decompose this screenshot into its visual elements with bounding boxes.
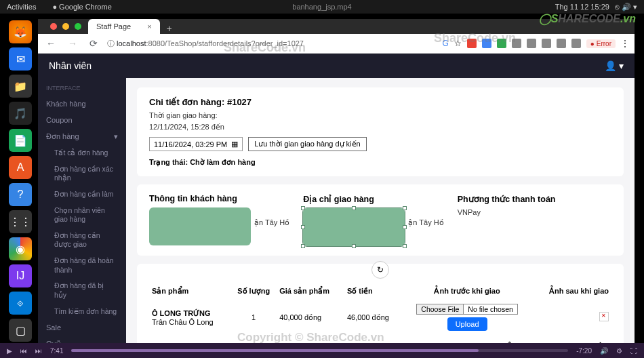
ext-icon[interactable]	[571, 39, 581, 48]
main-content: Chi tiết đơn hàng: #1027 Thời gian giao …	[126, 78, 635, 358]
table-row: Ô LONG TRỨNG Trân Châu Ô Long 1 40,000 đ…	[149, 300, 611, 335]
files-icon[interactable]: 📁	[9, 75, 32, 98]
status-line: Trạng thái: Chờ làm đơn hàng	[149, 158, 611, 167]
sidebar-item-coupon[interactable]: Coupon	[38, 112, 126, 128]
col-before: Ảnh trước khi giao	[402, 283, 532, 300]
order-title: Chi tiết đơn hàng: #1027	[149, 97, 611, 107]
new-tab-button[interactable]: +	[160, 23, 179, 34]
datetime: Thg 11 12 15:29	[555, 3, 609, 12]
info-card: Thông tin khách hàng ận Tây Hồ Địa chỉ g…	[137, 184, 624, 256]
sidebar-item-customers[interactable]: Khách hàng	[38, 96, 126, 112]
chevron-down-icon: ▾	[114, 132, 118, 141]
sidebar-item-sale[interactable]: Sale	[38, 319, 126, 336]
address-bar: ← → ⟳ ⓘ localhost:8080/TeaShop/stafforde…	[38, 34, 635, 54]
products-table: Sản phẩm Số lượng Giá sản phẩm Số tiền Ả…	[149, 283, 611, 335]
ext-icon[interactable]	[542, 39, 551, 48]
redaction-block-selected[interactable]	[303, 208, 405, 246]
order-detail-card: Chi tiết đơn hàng: #1027 Thời gian giao …	[137, 87, 624, 176]
terminal-icon[interactable]: ▢	[9, 319, 32, 342]
libreoffice-icon[interactable]: 📄	[9, 129, 32, 152]
menu-icon[interactable]: ⋮	[621, 39, 629, 48]
payment-value: VNPay	[458, 208, 611, 216]
col-after: Ảnh sau khi giao	[532, 283, 611, 300]
app-header: Nhân viên 👤 ▾	[38, 54, 635, 78]
next-button[interactable]: ⏭	[35, 347, 42, 355]
chrome-icon[interactable]: ◉	[9, 237, 32, 260]
min-window[interactable]	[62, 23, 69, 30]
remaining-time: -7:20	[576, 347, 592, 355]
extensions: G ☆ ● Error ⋮	[442, 39, 629, 48]
reload-button[interactable]: ⟳	[87, 37, 100, 50]
intellij-icon[interactable]: IJ	[9, 264, 32, 287]
col-price: Giá sản phẩm	[277, 283, 344, 300]
choose-file-button[interactable]: Choose File	[416, 304, 464, 315]
sidebar-section: INTERFACE	[38, 81, 126, 96]
back-button[interactable]: ←	[43, 37, 58, 50]
product-amount: 46,000 đồng	[344, 300, 402, 335]
upload-button[interactable]: Upload	[447, 317, 487, 331]
user-menu-icon[interactable]: 👤 ▾	[605, 60, 624, 71]
header-title: Nhân viên	[49, 60, 92, 71]
sidebar-sub-cancel[interactable]: Đơn hàng đã bị hủy	[38, 278, 126, 303]
forward-button[interactable]: →	[65, 37, 80, 50]
current-time: 7:41	[50, 347, 63, 355]
sidebar-sub-assign[interactable]: Chọn nhân viên giao hàng	[38, 203, 126, 228]
sidebar-sub-done[interactable]: Đơn hàng đã hoàn thành	[38, 253, 126, 278]
ext-icon[interactable]	[512, 39, 521, 48]
ext-icon[interactable]	[497, 39, 506, 48]
ext-icon[interactable]	[557, 39, 566, 48]
sidebar: INTERFACE Khách hàng Coupon Đơn hàng▾ Tấ…	[38, 78, 126, 358]
product-qty: 1	[230, 300, 277, 335]
prev-button[interactable]: ⏮	[20, 347, 27, 355]
chrome-label: ● Google Chrome	[52, 3, 111, 11]
sidebar-sub-todo[interactable]: Đơn hàng cần làm	[38, 186, 126, 203]
software-icon[interactable]: A	[9, 156, 32, 179]
seek-bar[interactable]	[71, 349, 568, 352]
sidebar-item-orders[interactable]: Đơn hàng▾	[38, 128, 126, 145]
file-name: banhang_jsp.mp4	[292, 3, 351, 11]
play-button[interactable]: ▶	[7, 347, 12, 355]
fullscreen-icon[interactable]: ⛶	[630, 347, 637, 355]
ext-icon[interactable]	[467, 39, 477, 48]
thunderbird-icon[interactable]: ✉	[9, 47, 32, 71]
ext-icon[interactable]	[482, 39, 491, 48]
share-icon[interactable]: ☆	[454, 39, 462, 48]
rhythmbox-icon[interactable]: 🎵	[9, 102, 32, 125]
volume-icon[interactable]: 🔊	[600, 347, 608, 355]
no-file-label: No file chosen	[464, 304, 518, 315]
ext-icon[interactable]	[527, 39, 536, 48]
save-expected-button[interactable]: Lưu thời gian giao hàng dự kiến	[248, 137, 366, 151]
customer-heading: Thông tin khách hàng	[149, 194, 303, 203]
customer-address-fragment: ận Tây Hồ	[254, 218, 289, 227]
vscode-icon[interactable]: ⟐	[9, 292, 32, 315]
refresh-button[interactable]: ↻	[371, 261, 389, 279]
gtranslate-icon[interactable]: G	[442, 39, 448, 48]
sidebar-sub-deliver[interactable]: Đơn hàng cần được giao	[38, 228, 126, 253]
broken-image-icon	[599, 312, 609, 321]
redaction-block	[149, 207, 251, 245]
help-icon[interactable]: ?	[9, 183, 32, 206]
close-tab-icon[interactable]: ×	[147, 22, 151, 31]
sidebar-sub-all[interactable]: Tất cả đơn hàng	[38, 145, 126, 161]
browser-tab[interactable]: Staff Page ×	[88, 19, 160, 34]
activities[interactable]: Activities	[7, 3, 36, 11]
close-window[interactable]	[50, 23, 57, 30]
tray-icons: ⎋ 🔊 ▾	[615, 3, 637, 12]
product-sub: Trân Châu Ô Long	[152, 318, 214, 326]
dots-icon[interactable]: ⋮⋮	[9, 210, 32, 233]
max-window[interactable]	[75, 23, 81, 30]
sidebar-sub-confirm[interactable]: Đơn hàng cần xác nhận	[38, 161, 126, 186]
product-price: 40,000 đồng	[277, 300, 344, 335]
col-amount: Số tiền	[344, 283, 402, 300]
customer-info: Thông tin khách hàng ận Tây Hồ	[149, 194, 303, 246]
firefox-icon[interactable]: 🦊	[9, 20, 32, 43]
system-bar: Activities ● Google Chrome banhang_jsp.m…	[0, 0, 644, 14]
error-badge[interactable]: ● Error	[586, 39, 616, 48]
expected-datetime-input[interactable]: 11/16/2024, 03:29 PM▦	[149, 137, 243, 151]
browser-window: Staff Page × + ← → ⟳ ⓘ localhost:8080/Te…	[38, 19, 635, 358]
shipping-heading: Địa chỉ giao hàng	[303, 194, 457, 204]
url-field[interactable]: ⓘ localhost:8080/TeaShop/stafforderdetai…	[107, 39, 304, 49]
shipping-info: Địa chỉ giao hàng ận Tây Hồ	[303, 194, 457, 246]
settings-icon[interactable]: ⚙	[616, 347, 622, 355]
sidebar-sub-search[interactable]: Tìm kiếm đơn hàng	[38, 304, 126, 320]
